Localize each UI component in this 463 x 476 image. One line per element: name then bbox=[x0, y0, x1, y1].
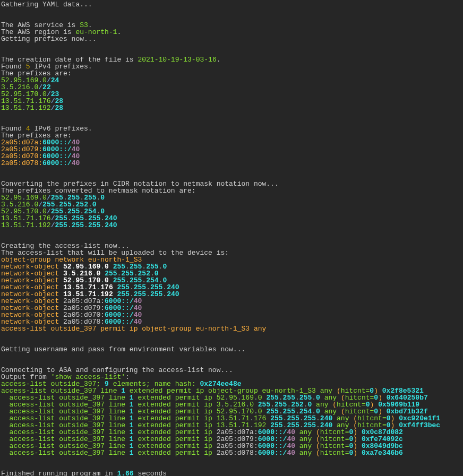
terminal-output: Gathering YAML data... The AWS service i… bbox=[0, 0, 463, 476]
